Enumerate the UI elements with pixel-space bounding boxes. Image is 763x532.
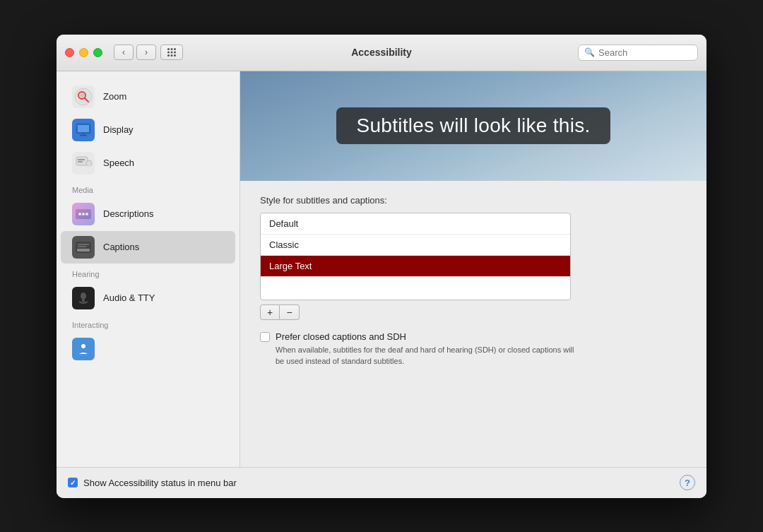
- svg-point-2: [174, 48, 176, 50]
- svg-point-25: [85, 213, 88, 215]
- svg-point-23: [78, 213, 81, 215]
- svg-point-24: [82, 213, 85, 215]
- svg-rect-16: [80, 135, 87, 136]
- subtitle-preview: Subtitles will look like this.: [336, 107, 610, 144]
- sidebar-item-zoom[interactable]: Zoom: [61, 81, 235, 113]
- svg-point-7: [171, 54, 173, 57]
- svg-rect-17: [76, 157, 88, 165]
- style-list: Default Classic Large Text: [260, 213, 571, 300]
- search-icon: 🔍: [584, 47, 595, 57]
- remove-style-button[interactable]: −: [280, 305, 300, 320]
- help-button[interactable]: ?: [680, 475, 695, 490]
- sidebar-item-descriptions-label: Descriptions: [103, 208, 154, 219]
- sidebar-item-audio-tty-label: Audio & TTY: [103, 292, 155, 303]
- back-button[interactable]: ‹: [114, 45, 134, 60]
- window-title: Accessibility: [351, 47, 412, 58]
- style-for-subtitles-label: Style for subtitles and captions:: [260, 195, 687, 206]
- main-panel: Subtitles will look like this. Style for…: [240, 71, 706, 467]
- svg-point-5: [174, 52, 176, 54]
- maximize-button[interactable]: [93, 48, 102, 57]
- prefer-closed-captions-row: Prefer closed captions and SDH When avai…: [260, 331, 687, 367]
- prefer-closed-captions-description: When available, subtitles for the deaf a…: [276, 344, 579, 367]
- svg-point-4: [171, 52, 173, 54]
- list-buttons: + −: [260, 305, 687, 320]
- svg-rect-27: [77, 249, 90, 252]
- search-box[interactable]: 🔍: [578, 45, 698, 61]
- svg-rect-15: [81, 134, 85, 135]
- speech-icon: [72, 152, 95, 175]
- grid-button[interactable]: [160, 45, 183, 60]
- sidebar-item-interacting[interactable]: [61, 333, 235, 365]
- show-accessibility-status-label: Show Accessibility status in menu bar: [83, 478, 237, 488]
- svg-rect-19: [88, 163, 90, 166]
- svg-point-8: [174, 54, 176, 57]
- style-option-default[interactable]: Default: [261, 213, 570, 235]
- captions-icon: [72, 236, 95, 259]
- add-style-button[interactable]: +: [260, 305, 280, 320]
- traffic-lights: [65, 48, 102, 57]
- sidebar-item-captions[interactable]: Captions: [61, 231, 235, 264]
- zoom-icon: [72, 85, 95, 108]
- svg-point-0: [167, 48, 170, 50]
- svg-point-6: [167, 54, 170, 57]
- sidebar-item-speech-label: Speech: [103, 158, 134, 168]
- prefer-closed-captions-label: Prefer closed captions and SDH: [276, 331, 579, 342]
- descriptions-icon: [72, 203, 95, 225]
- svg-point-3: [167, 52, 170, 54]
- style-option-large-text[interactable]: Large Text: [261, 256, 570, 277]
- subtitle-preview-text: Subtitles will look like this.: [356, 114, 590, 136]
- search-input[interactable]: [598, 47, 692, 58]
- svg-point-1: [171, 48, 173, 50]
- sidebar-item-speech[interactable]: Speech: [61, 147, 235, 179]
- sidebar-item-zoom-label: Zoom: [103, 91, 126, 102]
- sidebar-item-captions-label: Captions: [103, 242, 139, 252]
- interacting-icon: [72, 338, 95, 360]
- preview-area: Subtitles will look like this.: [240, 71, 706, 181]
- sidebar-item-audio-tty[interactable]: Audio & TTY: [61, 282, 235, 314]
- section-label-hearing: Hearing: [57, 264, 239, 281]
- svg-point-33: [76, 341, 91, 357]
- sidebar: Zoom Display: [57, 71, 240, 467]
- sidebar-item-display[interactable]: Display: [61, 114, 235, 146]
- svg-point-34: [81, 344, 85, 348]
- main-window: ‹ › Accessibility 🔍: [57, 35, 706, 498]
- section-label-media: Media: [57, 180, 239, 197]
- audio-tty-icon: [72, 287, 95, 309]
- svg-point-31: [81, 292, 86, 300]
- svg-rect-14: [78, 125, 89, 132]
- style-option-classic[interactable]: Classic: [261, 235, 570, 256]
- content-area: Zoom Display: [57, 71, 706, 467]
- close-button[interactable]: [65, 48, 74, 57]
- style-option-empty[interactable]: [261, 277, 570, 300]
- section-label-interacting: Interacting: [57, 315, 239, 332]
- settings-area: Style for subtitles and captions: Defaul…: [240, 181, 706, 467]
- display-icon: [72, 119, 95, 141]
- nav-buttons: ‹ ›: [114, 45, 156, 60]
- forward-button[interactable]: ›: [136, 45, 156, 60]
- sidebar-item-display-label: Display: [103, 124, 134, 135]
- minimize-button[interactable]: [79, 48, 88, 57]
- titlebar: ‹ › Accessibility 🔍: [57, 35, 706, 71]
- bottom-bar: Show Accessibility status in menu bar ?: [57, 467, 706, 498]
- prefer-closed-captions-checkbox[interactable]: [260, 332, 270, 342]
- show-accessibility-status-checkbox[interactable]: [68, 478, 78, 487]
- svg-point-12: [80, 93, 84, 97]
- sidebar-item-descriptions[interactable]: Descriptions: [61, 198, 235, 230]
- svg-rect-32: [82, 300, 85, 302]
